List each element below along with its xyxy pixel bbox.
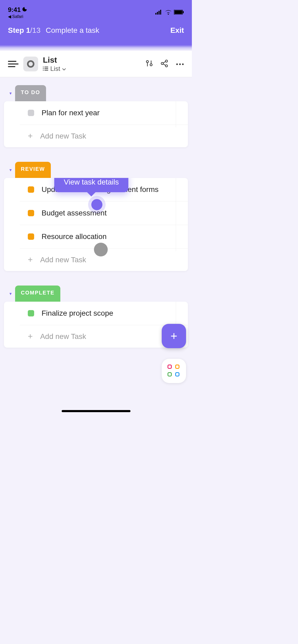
app-header: List List (0, 51, 192, 77)
svg-rect-8 (44, 67, 48, 67)
list-avatar[interactable] (23, 57, 38, 71)
add-task-label: Add new Task (40, 132, 86, 140)
task-group-review: View task details Update contractor agre… (4, 178, 188, 271)
status-pill-todo[interactable]: TO DO (15, 85, 46, 101)
task-row[interactable]: Finalize project scope (20, 302, 188, 325)
back-app-label: Safari (12, 14, 23, 19)
qa-dot-icon (168, 372, 172, 376)
svg-rect-12 (44, 70, 48, 71)
task-title: Finalize project scope (42, 309, 113, 318)
qa-dot-icon (175, 365, 179, 369)
status-bar-right (155, 10, 184, 16)
svg-point-23 (179, 63, 181, 65)
home-indicator[interactable] (62, 410, 130, 412)
svg-rect-6 (183, 11, 184, 13)
status-time: 9:41 (8, 6, 21, 13)
task-group-todo: Plan for next year + Add new Task (4, 101, 188, 147)
status-square-icon[interactable] (28, 233, 34, 240)
quick-actions-button[interactable] (162, 359, 186, 383)
step-current: 1 (26, 26, 30, 34)
svg-rect-0 (155, 13, 156, 15)
header-gradient (0, 45, 192, 51)
moon-icon (22, 6, 28, 13)
onboarding-tooltip: View task details (54, 178, 128, 192)
add-task-row[interactable]: + Add new Task (20, 125, 188, 147)
menu-icon[interactable] (8, 61, 19, 67)
signal-icon (155, 10, 163, 16)
status-pill-review[interactable]: REVIEW (15, 162, 51, 178)
list-view-icon (43, 65, 48, 72)
more-icon[interactable] (176, 62, 184, 66)
caret-left-icon: ◀ (8, 14, 11, 19)
content-area: ▼ TO DO Plan for next year + Add new Tas… (0, 77, 192, 356)
svg-line-20 (163, 62, 165, 63)
svg-point-15 (150, 64, 152, 66)
fab-add-button[interactable]: + (162, 324, 186, 348)
svg-point-22 (176, 63, 178, 65)
list-title: List (43, 56, 141, 65)
task-group-complete: Finalize project scope + Add new Task (4, 302, 188, 348)
section-header-review: ▼ REVIEW (4, 162, 188, 178)
svg-rect-11 (43, 70, 44, 71)
chevron-down-icon (62, 65, 66, 72)
svg-point-19 (165, 65, 168, 67)
svg-point-18 (161, 62, 163, 65)
add-task-label: Add new Task (40, 256, 86, 264)
qa-dot-icon (175, 372, 179, 376)
status-square-icon[interactable] (28, 210, 34, 216)
share-icon[interactable] (161, 59, 169, 68)
svg-rect-1 (157, 12, 158, 15)
svg-line-21 (163, 64, 165, 65)
status-square-icon[interactable] (28, 186, 34, 193)
plus-icon: + (28, 131, 33, 141)
status-bar: 9:41 ◀ Safari (0, 0, 192, 21)
list-title-group: List List (43, 56, 141, 72)
status-square-icon[interactable] (28, 310, 34, 316)
status-time-row: 9:41 (8, 6, 28, 13)
exit-button[interactable]: Exit (170, 26, 184, 35)
step-sep: / (30, 26, 32, 34)
svg-point-13 (146, 61, 148, 63)
section-header-complete: ▼ COMPLETE (4, 286, 188, 302)
plus-icon: + (170, 329, 177, 343)
qa-dot-icon (168, 365, 172, 369)
task-title: Resource allocation (42, 232, 107, 241)
onboarding-title: Complete a task (46, 26, 99, 34)
header-actions (145, 59, 184, 68)
collapse-caret-icon[interactable]: ▼ (9, 168, 12, 172)
svg-rect-2 (159, 11, 160, 15)
status-pill-complete[interactable]: COMPLETE (15, 286, 60, 302)
status-bar-left: 9:41 ◀ Safari (8, 6, 28, 19)
touch-indicator-icon (94, 243, 108, 256)
svg-rect-10 (44, 68, 48, 69)
view-selector[interactable]: List (43, 65, 141, 72)
status-square-icon[interactable] (28, 110, 34, 116)
add-task-label: Add new Task (40, 332, 86, 341)
task-title: Plan for next year (42, 109, 100, 117)
filter-icon[interactable] (145, 59, 153, 68)
onboarding-header: Step 1/13 Complete a task Exit (0, 21, 192, 45)
collapse-caret-icon[interactable]: ▼ (9, 91, 12, 95)
battery-icon (174, 10, 184, 16)
svg-rect-7 (43, 67, 44, 67)
step-prefix: Step (8, 26, 26, 34)
back-to-app[interactable]: ◀ Safari (8, 14, 28, 19)
svg-point-17 (165, 60, 168, 62)
section-header-todo: ▼ TO DO (4, 85, 188, 101)
task-row[interactable]: Plan for next year (20, 101, 188, 125)
view-name: List (50, 65, 60, 72)
collapse-caret-icon[interactable]: ▼ (9, 292, 12, 296)
svg-rect-3 (160, 10, 161, 15)
wifi-icon (165, 10, 172, 16)
plus-icon: + (28, 255, 33, 265)
pulse-highlight-icon (91, 199, 102, 210)
tooltip-text: View task details (64, 178, 119, 186)
svg-rect-5 (174, 10, 182, 14)
svg-point-24 (182, 63, 184, 65)
plus-icon: + (28, 332, 33, 341)
svg-rect-9 (43, 68, 44, 69)
onboarding-progress: Step 1/13 Complete a task (8, 26, 99, 35)
list-ring-icon (27, 60, 34, 68)
task-row[interactable]: Budget assessment (20, 201, 188, 225)
step-total: 13 (32, 26, 40, 34)
